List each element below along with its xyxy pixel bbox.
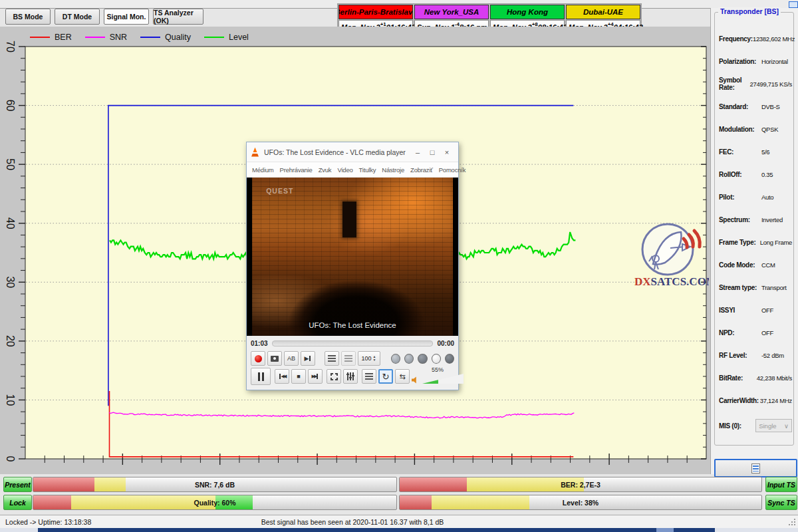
transponder-groupbox: Transponder [BS] Frequency: 12382,602 MH… — [714, 12, 794, 446]
speed-spinner[interactable]: 100 ▲▼ — [358, 351, 380, 366]
next-button[interactable]: ▶▶ — [308, 369, 323, 384]
transponder-row-label: Stream type: — [719, 284, 761, 291]
elapsed-time: 01:03 — [251, 340, 268, 347]
legend-label: BER — [55, 33, 72, 42]
vlc-window: UFOs: The Lost Evidence - VLC media play… — [246, 142, 459, 390]
clock-city-label: New York_USA — [414, 5, 489, 19]
tab-dt-mode[interactable]: DT Mode — [55, 9, 100, 25]
transponder-row-value: QPSK — [761, 126, 778, 133]
close-icon[interactable]: × — [440, 146, 454, 159]
snapshot-button[interactable] — [267, 351, 282, 366]
transponder-row-value: CCM — [761, 261, 775, 269]
legend-snr: SNR — [85, 33, 127, 42]
show-playlist-button[interactable] — [362, 369, 376, 384]
svg-text:70: 70 — [5, 41, 16, 53]
stop-button[interactable]: ■ — [291, 369, 306, 384]
status-led-5[interactable] — [445, 354, 454, 364]
vlc-menubar: Médium Prehrávanie Zvuk Video Titulky Ná… — [247, 162, 458, 178]
spin-down-icon[interactable]: ▼ — [373, 358, 376, 362]
video-frame-ruins: QUEST UFOs: The Lost Evidence — [252, 178, 453, 336]
stream-list-button[interactable] — [714, 459, 797, 477]
svg-text:30: 30 — [5, 276, 16, 288]
record-button[interactable] — [251, 351, 265, 366]
frame-bar-icon — [309, 356, 311, 361]
status-led-2[interactable] — [404, 354, 414, 364]
legend-quality: Quality — [140, 33, 191, 42]
transponder-row-label: Standard: — [719, 103, 761, 110]
vlc-titlebar[interactable]: UFOs: The Lost Evidence - VLC media play… — [247, 142, 458, 162]
previous-button[interactable]: ◀◀ — [275, 369, 289, 384]
input-ts-button[interactable]: Input TS — [765, 477, 797, 492]
signal-monitor-app: BS Mode DT Mode Signal Mon. TS Analyzer … — [0, 0, 798, 532]
shuffle-button[interactable]: ⇆ — [395, 369, 410, 384]
resize-grip[interactable] — [788, 518, 796, 526]
vlc-menu-item[interactable]: Titulky — [359, 166, 376, 174]
legend-ber: BER — [30, 33, 72, 42]
vlc-video-area[interactable]: QUEST UFOs: The Lost Evidence — [247, 178, 458, 336]
transponder-row-value: -52 dBm — [761, 352, 784, 359]
window-corner-widget[interactable] — [789, 1, 798, 8]
equalizer-icon — [346, 372, 354, 380]
transponder-row-label: Spectrum: — [719, 216, 761, 223]
transponder-row: Stream type: Transport — [719, 276, 792, 299]
vlc-toolbar-advanced: AB ▶ 100 ▲▼ — [247, 349, 458, 366]
seek-slider[interactable] — [272, 340, 434, 346]
transponder-row-label: Symbol Rate: — [719, 76, 750, 91]
transponder-row-label: BitRate: — [719, 374, 757, 382]
vlc-menu-item[interactable]: Prehrávanie — [280, 166, 313, 174]
mis-row: MIS (0): Single ∨ — [719, 418, 792, 434]
equalizer-button[interactable] — [343, 369, 358, 384]
best-signal-status: Best signal has been seen at 2020-11-01 … — [0, 518, 705, 526]
transponder-row-value: 12382,602 MHz — [753, 35, 795, 43]
taskbar-edge — [0, 528, 798, 532]
lock-indicator-button[interactable]: Lock — [3, 495, 32, 510]
vlc-menu-item[interactable]: Zvuk — [319, 166, 332, 174]
pause-button[interactable] — [251, 368, 271, 385]
sync-ts-button[interactable]: Sync TS — [765, 495, 797, 510]
shuffle-icon: ⇆ — [399, 372, 405, 381]
tab-bs-mode[interactable]: BS Mode — [5, 9, 51, 25]
transponder-row: Standard: DVB-S — [719, 95, 792, 118]
ab-loop-button[interactable]: AB — [284, 351, 299, 366]
frame-by-frame-button[interactable]: ▶ — [301, 351, 315, 366]
volume-slider[interactable] — [422, 374, 464, 384]
loop-button[interactable]: ↻ — [378, 369, 393, 384]
transponder-row-label: Frequency: — [719, 35, 753, 43]
status-led-3[interactable] — [418, 354, 427, 364]
minimize-icon[interactable]: – — [410, 146, 425, 159]
transponder-row: RF Level: -52 dBm — [719, 344, 792, 366]
fullscreen-button[interactable] — [327, 369, 341, 384]
tab-signal-mon[interactable]: Signal Mon. — [104, 9, 149, 25]
taskbar-segment — [674, 528, 715, 532]
vlc-menu-item[interactable]: Pomocník — [439, 166, 466, 174]
transponder-row: Frame Type: Long Frame — [719, 231, 792, 253]
playlist-mode-button[interactable] — [325, 351, 339, 366]
playlist-mode-button-2[interactable] — [341, 351, 356, 366]
fullscreen-icon — [331, 373, 338, 380]
mis-dropdown[interactable]: Single ∨ — [755, 419, 792, 432]
vlc-menu-item[interactable]: Nástroje — [382, 166, 404, 174]
transponder-row-label: FEC: — [719, 148, 761, 156]
clock-city-label: Dubai-UAE — [566, 5, 640, 19]
transponder-row: Spectrum: Inverted — [719, 208, 792, 231]
quality-line-swatch — [140, 37, 160, 38]
present-indicator-button[interactable]: Present — [3, 477, 32, 492]
transponder-row-label: CarrierWidth: — [719, 397, 760, 404]
transponder-row-value: 27499,715 KS/s — [750, 80, 792, 88]
ber-bar: BER: 2,7E-3 — [399, 477, 762, 492]
speaker-icon[interactable] — [412, 376, 419, 384]
transponder-row: Polarization: Horizontal — [719, 50, 792, 72]
vlc-menu-item[interactable]: Zobraziť — [410, 166, 433, 174]
loop-icon: ↻ — [382, 372, 390, 382]
transponder-rows: Frequency: 12382,602 MHz Polarization: H… — [719, 27, 792, 434]
tab-ts-analyzer[interactable]: TS Analyzer (OK) — [153, 9, 203, 25]
svg-text:40: 40 — [5, 217, 16, 229]
maximize-icon[interactable]: □ — [425, 146, 440, 159]
svg-text:0: 0 — [5, 456, 16, 462]
vlc-menu-item[interactable]: Video — [337, 166, 352, 174]
vlc-menu-item[interactable]: Médium — [252, 166, 274, 174]
transponder-row: ISSYI OFF — [719, 299, 792, 321]
camera-icon — [271, 356, 279, 362]
status-led-1[interactable] — [391, 354, 400, 364]
status-led-4[interactable] — [432, 354, 441, 364]
